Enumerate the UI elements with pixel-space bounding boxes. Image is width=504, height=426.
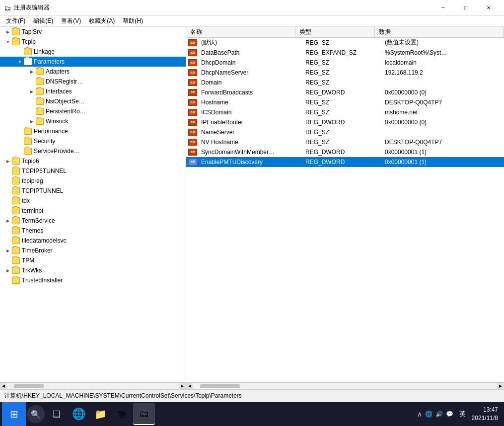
tray-chevron-icon[interactable]: ∧ <box>417 410 422 418</box>
hscroll-thumb[interactable] <box>14 384 44 388</box>
reg-row-icsdomain[interactable]: ab ICSDomain REG_SZ mshome.net <box>186 107 504 117</box>
expand-icon-parameters[interactable]: ▼ <box>16 58 24 66</box>
hscroll-track[interactable] <box>14 384 172 388</box>
reg-name-default: (默认) <box>199 38 303 47</box>
reg-row-hostname[interactable]: ab Hostname REG_SZ DESKTOP-Q0Q4TP7 <box>186 97 504 107</box>
tree-item-tcpipreg[interactable]: tcpipreg <box>0 176 186 186</box>
expand-icon-tcpip6[interactable]: ▶ <box>4 157 12 165</box>
tree-item-nsiobject[interactable]: NsiObjectSe… <box>0 96 186 106</box>
search-button[interactable]: 🔍 <box>27 405 45 423</box>
reg-row-nameserver[interactable]: ab NameServer REG_SZ <box>186 127 504 137</box>
tree-item-trustedinstaller[interactable]: TrustedInstaller <box>0 275 186 285</box>
menu-file[interactable]: 文件(F) <box>2 16 29 26</box>
tree-item-adapters[interactable]: ▶ Adapters <box>0 67 186 77</box>
tree-item-tiledatamodelsvc[interactable]: tiledatamodelsvc <box>0 236 186 246</box>
taskbar: ⊞ 🔍 ❑ 🌐 📁 🛍 🗂 ∧ 🌐 🔊 💬 英 13:47 2021/11/8 <box>0 402 504 426</box>
reg-type-enablepmtudiscovery: REG_DWORD <box>303 159 383 166</box>
tree-item-trkwks[interactable]: ▶ TrkWks <box>0 265 186 275</box>
values-hscrollbar[interactable]: ◀ ▶ <box>186 382 504 389</box>
minimize-button[interactable]: ─ <box>432 0 454 16</box>
tree-label-tcpip6tunnel: TCPIP6TUNNEL <box>22 168 67 174</box>
values-hscroll-track[interactable] <box>200 384 490 388</box>
tree-item-tcpiptunnel[interactable]: TCPIPTUNNEL <box>0 186 186 196</box>
tree-label-nsiobject: NsiObjectSe… <box>46 98 85 105</box>
values-hscroll-right[interactable]: ▶ <box>497 383 504 390</box>
folder-icon-winsock <box>36 118 44 125</box>
col-header-name[interactable]: 名称 <box>186 27 295 37</box>
tree-label-trustedinstaller: TrustedInstaller <box>22 277 63 284</box>
tree-item-linkage[interactable]: Linkage <box>0 47 186 57</box>
col-header-type[interactable]: 类型 <box>295 27 375 37</box>
expand-icon-trkwks[interactable]: ▶ <box>4 266 12 274</box>
language-indicator[interactable]: 英 <box>457 410 468 419</box>
tree-item-themes[interactable]: Themes <box>0 226 186 236</box>
tray-speaker-icon[interactable]: 🔊 <box>435 411 443 418</box>
reg-name-nvhostname: NV Hostname <box>199 139 303 146</box>
reg-row-dhcpdomain[interactable]: ab DhcpDomain REG_SZ localdomain <box>186 58 504 68</box>
tree-item-winsock[interactable]: ▶ Winsock <box>0 116 186 126</box>
expand-icon-termservice[interactable]: ▶ <box>4 217 12 225</box>
reg-row-forwardbroadcasts[interactable]: ## ForwardBroadcasts REG_DWORD 0x0000000… <box>186 87 504 97</box>
menu-help[interactable]: 帮助(H) <box>119 16 147 26</box>
tree-item-security[interactable]: Security <box>0 136 186 146</box>
tree-item-persistentro[interactable]: PersistentRo… <box>0 106 186 116</box>
menu-edit[interactable]: 编辑(E) <box>29 16 57 26</box>
tree-item-parameters[interactable]: ▼ Parameters <box>0 57 186 67</box>
values-hscroll-thumb[interactable] <box>200 384 240 388</box>
col-header-data[interactable]: 数据 <box>375 27 504 37</box>
tree-scroll[interactable]: ▶ TapiSrv ▼ Tcpip Linkage ▼ Parameters <box>0 27 186 382</box>
expand-icon-timebroker[interactable]: ▶ <box>4 247 12 255</box>
tree-item-performance[interactable]: Performance <box>0 126 186 136</box>
edge-button[interactable]: 🌐 <box>68 403 89 425</box>
reg-row-default[interactable]: ab (默认) REG_SZ (数值未设置) <box>186 38 504 48</box>
tree-item-tpm[interactable]: TPM <box>0 256 186 265</box>
reg-row-domain[interactable]: ab Domain REG_SZ <box>186 78 504 87</box>
expand-icon-interfaces[interactable]: ▶ <box>28 87 36 95</box>
tree-item-terminpt[interactable]: terminpt <box>0 206 186 216</box>
reg-row-ipenablerouter[interactable]: ## IPEnableRouter REG_DWORD 0x00000000 (… <box>186 117 504 127</box>
tree-item-termservice[interactable]: ▶ TermService <box>0 216 186 226</box>
clock[interactable]: 13:47 2021/11/8 <box>468 406 502 423</box>
reg-name-dhcpdomain: DhcpDomain <box>199 59 303 66</box>
menu-favorites[interactable]: 收藏夹(A) <box>85 16 119 26</box>
start-button[interactable]: ⊞ <box>2 402 26 426</box>
tree-item-tapisrv[interactable]: ▶ TapiSrv <box>0 27 186 37</box>
tray-network-icon[interactable]: 🌐 <box>425 411 432 418</box>
menu-view[interactable]: 查看(V) <box>57 16 85 26</box>
tree-item-interfaces[interactable]: ▶ Interfaces <box>0 86 186 96</box>
reg-row-syncdomainwithmember[interactable]: ## SyncDomainWithMember… REG_DWORD 0x000… <box>186 147 504 157</box>
maximize-button[interactable]: □ <box>454 0 477 16</box>
tree-item-tcpip6tunnel[interactable]: TCPIP6TUNNEL <box>0 166 186 176</box>
hscroll-right-arrow[interactable]: ▶ <box>179 383 186 390</box>
expand-icon-adapters[interactable]: ▶ <box>28 68 36 76</box>
folder-icon-nsiobject <box>36 98 44 105</box>
tree-item-tcpip[interactable]: ▼ Tcpip <box>0 37 186 47</box>
reg-row-enablepmtudiscovery[interactable]: ## EnablePMTUDiscovery REG_DWORD 0x00000… <box>186 157 504 167</box>
expand-icon-tcpip[interactable]: ▼ <box>4 38 12 46</box>
tree-item-serviceprovide[interactable]: ServiceProvide… <box>0 146 186 156</box>
expand-icon-tapisrv[interactable]: ▶ <box>4 28 12 36</box>
expand-icon-winsock[interactable]: ▶ <box>28 117 36 125</box>
app-icon: 🗂 <box>4 4 11 12</box>
tree-item-tdx[interactable]: tdx <box>0 196 186 206</box>
reg-row-dhcpnameserver[interactable]: ab DhcpNameServer REG_SZ 192.168.119.2 <box>186 68 504 78</box>
reg-row-database[interactable]: ab DataBasePath REG_EXPAND_SZ %SystemRoo… <box>186 48 504 58</box>
explorer-button[interactable]: 📁 <box>89 403 111 425</box>
reg-name-hostname: Hostname <box>199 99 303 106</box>
tray-chat-icon[interactable]: 💬 <box>446 411 453 418</box>
values-hscroll-left[interactable]: ◀ <box>186 383 193 390</box>
hscroll-left-arrow[interactable]: ◀ <box>0 383 7 390</box>
tree-item-timebroker[interactable]: ▶ TimeBroker <box>0 246 186 256</box>
regedit-button[interactable]: 🗂 <box>133 403 155 425</box>
close-button[interactable]: ✕ <box>477 0 500 16</box>
values-scroll[interactable]: ab (默认) REG_SZ (数值未设置) ab DataBasePath R… <box>186 38 504 382</box>
folder-icon-tcpiptunnel <box>12 187 20 194</box>
reg-row-nvhostname[interactable]: ab NV Hostname REG_SZ DESKTOP-Q0Q4TP7 <box>186 137 504 147</box>
tree-label-tcpiptunnel: TCPIPTUNNEL <box>22 187 63 194</box>
task-view-button[interactable]: ❑ <box>46 403 68 425</box>
tree-label-interfaces: Interfaces <box>46 88 72 95</box>
tree-item-tcpip6[interactable]: ▶ Tcpip6 <box>0 156 186 166</box>
store-button[interactable]: 🛍 <box>111 403 133 425</box>
tree-item-dnsregister[interactable]: DNSRegistr… <box>0 77 186 86</box>
tree-hscrollbar[interactable]: ◀ ▶ <box>0 382 186 389</box>
